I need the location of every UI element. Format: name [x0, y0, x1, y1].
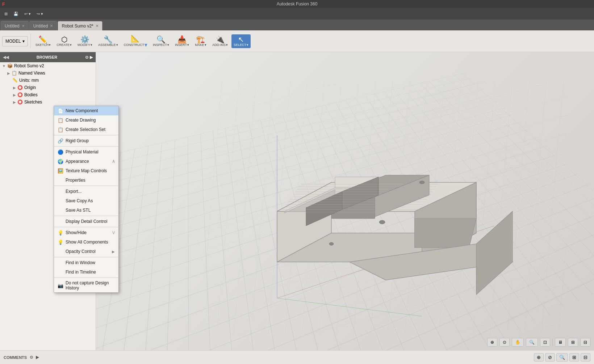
tool-select[interactable]: ↖ SELECT ▾: [231, 34, 251, 48]
pan-button[interactable]: ✋: [512, 338, 524, 347]
browser-item-sketches[interactable]: ▶ ⭕ Sketches: [0, 98, 96, 106]
ctx-appearance[interactable]: 🌍 Appearance A: [54, 157, 118, 166]
search-btn[interactable]: 🔍: [556, 353, 568, 361]
model-chevron-icon: ▾: [22, 39, 25, 44]
show-hide-icon: 💡: [58, 230, 63, 236]
addins-icon: 🔌: [216, 36, 225, 43]
toolbar: MODEL ▾ ✏️ SKETCH ▾ ⬡ CREATE ▾ ⚙️ MODIFY…: [0, 30, 594, 52]
redo-button[interactable]: ↪ ▾: [34, 10, 45, 18]
browser-item-label: Origin: [24, 85, 36, 90]
browser-item-origin[interactable]: ▶ ⭕ Origin: [0, 84, 96, 91]
tool-modify[interactable]: ⚙️ MODIFY ▾: [75, 34, 95, 48]
zoom-out-btn[interactable]: ⊘: [545, 353, 555, 361]
sketch-icon: ✏️: [38, 36, 47, 43]
ctx-sep-1: [54, 135, 118, 135]
ctx-item-label: Opacity Control: [66, 249, 96, 254]
tool-addins[interactable]: 🔌 ADD-INS ▾: [210, 34, 230, 48]
undo-button[interactable]: ↩ ▾: [22, 10, 33, 18]
model-dropdown[interactable]: MODEL ▾: [2, 36, 28, 46]
browser-expand-icon[interactable]: ▶: [90, 55, 93, 60]
ctx-capture-design-history[interactable]: 📷 Do not capture Design History: [54, 279, 118, 292]
fit-button[interactable]: ⊡: [540, 338, 550, 347]
environment-button[interactable]: ⊟: [580, 338, 590, 347]
ctx-sep-5: [54, 227, 118, 227]
browser-item-named-views[interactable]: ▶ 📋 Named Views: [0, 69, 96, 77]
inspect-label: INSPECT ▾: [153, 43, 169, 47]
tab-close-2[interactable]: ✕: [50, 24, 53, 28]
view-mode-button[interactable]: ⊕: [487, 338, 497, 347]
inspect-icon: 🔍: [156, 36, 166, 43]
ctx-item-label: Show All Components: [66, 240, 108, 245]
tab-robot-sumo[interactable]: Robot Sumo v2* ✕: [58, 21, 102, 30]
ctx-find-in-timeline[interactable]: Find in Timeline: [54, 267, 118, 277]
comments-expand-icon[interactable]: ▶: [36, 355, 39, 360]
browser-item-bodies[interactable]: ▶ ⭕ Bodies: [0, 91, 96, 98]
browser-title: BROWSER: [37, 55, 57, 59]
browser-panel: ◀◀ BROWSER ⊙ ▶ ▼ 📦 Robot Sumo v2 ▶ 📋 Nam…: [0, 52, 96, 350]
ctx-create-drawing[interactable]: 📋 Create Drawing: [54, 115, 118, 125]
grid-button[interactable]: ⊞: [568, 338, 578, 347]
zoom-button[interactable]: 🔍: [526, 338, 538, 347]
tab-untitled-1[interactable]: Untitled ✕: [1, 21, 29, 30]
ctx-show-hide[interactable]: 💡 Show/Hide V: [54, 228, 118, 237]
tab-close-3[interactable]: ✕: [96, 24, 99, 28]
ctx-properties[interactable]: Properties: [54, 175, 118, 185]
ctx-new-component[interactable]: 📄 New Component: [54, 106, 118, 115]
comments-settings-icon[interactable]: ⊙: [30, 355, 33, 360]
tab-untitled-2[interactable]: Untitled ✕: [29, 21, 57, 30]
browser-item-robot-sumo[interactable]: ▼ 📦 Robot Sumo v2: [0, 62, 96, 69]
ctx-export[interactable]: Export...: [54, 187, 118, 196]
tab-label: Untitled: [33, 24, 48, 29]
ctx-display-detail[interactable]: Display Detail Control: [54, 217, 118, 226]
ctx-save-as-stl[interactable]: Save As STL: [54, 206, 118, 215]
viewport[interactable]: ⊕ ⊙ ✋ 🔍 ⊡ 🖥 ⊞ ⊟: [96, 52, 594, 350]
chevron-right-icon: ▶: [13, 100, 16, 104]
insert-label: INSERT ▾: [175, 43, 189, 47]
tool-create[interactable]: ⬡ CREATE ▾: [54, 34, 74, 48]
ctx-create-selection[interactable]: 📋 Create Selection Set: [54, 125, 118, 134]
tool-assemble[interactable]: 🔧 ASSEMBLE ▾: [96, 34, 120, 48]
ctx-item-label: Appearance: [66, 159, 89, 164]
tool-construct[interactable]: 📐 CONSTRUCT ▾: [122, 33, 150, 49]
browser-settings-icon[interactable]: ⊙: [85, 55, 88, 60]
ctx-rigid-group[interactable]: 🔗 Rigid Group: [54, 136, 118, 145]
tool-inspect[interactable]: 🔍 INSPECT ▾: [151, 34, 171, 48]
grid-view-btn[interactable]: ⊞: [569, 353, 579, 361]
zoom-fit-btn[interactable]: ⊕: [534, 353, 544, 361]
orbit-button[interactable]: ⊙: [499, 338, 510, 347]
display-mode-button[interactable]: 🖥: [555, 338, 566, 347]
list-view-btn[interactable]: ⊟: [581, 353, 590, 361]
ctx-texture-map[interactable]: 🖼️ Texture Map Controls: [54, 166, 118, 175]
select-label: SELECT ▾: [234, 43, 248, 47]
pan-icon: ✋: [515, 340, 520, 345]
make-label: MAKE ▾: [195, 43, 206, 47]
ctx-physical-material[interactable]: 🔵 Physical Material: [54, 147, 118, 157]
tool-make[interactable]: 🏗️ MAKE ▾: [193, 34, 209, 48]
tab-label: Untitled: [5, 24, 20, 29]
appearance-icon: 🌍: [58, 158, 63, 164]
bottom-tools: ⊕ ⊘ 🔍 ⊞ ⊟: [534, 353, 590, 361]
browser-collapse[interactable]: ◀◀: [3, 55, 9, 60]
component-icon: 📦: [7, 63, 13, 68]
browser-item-label: Units: mm: [19, 78, 39, 83]
tool-sketch[interactable]: ✏️ SKETCH ▾: [33, 34, 53, 48]
ctx-save-copy-as[interactable]: Save Copy As: [54, 196, 118, 206]
ctx-opacity-control[interactable]: Opacity Control ▶: [54, 247, 118, 256]
rigid-group-icon: 🔗: [58, 138, 63, 144]
tool-insert[interactable]: 📥 INSERT ▾: [173, 34, 191, 48]
create-icon: ⬡: [61, 36, 67, 43]
make-icon: 🏗️: [196, 36, 205, 43]
ctx-show-all-components[interactable]: 💡 Show All Components: [54, 237, 118, 247]
ctx-find-in-window[interactable]: Find in Window: [54, 258, 118, 267]
chevron-right-icon: ▶: [13, 86, 16, 90]
texture-map-icon: 🖼️: [58, 168, 63, 174]
svg-point-18: [379, 220, 385, 224]
browser-item-units[interactable]: 📏 Units: mm: [0, 77, 96, 84]
ctx-sep-4: [54, 216, 118, 216]
display-detail-icon: [58, 219, 63, 224]
named-views-icon: 📋: [12, 71, 17, 76]
file-button[interactable]: 💾: [11, 10, 21, 18]
apps-button[interactable]: ⊞: [2, 10, 10, 18]
tab-close-1[interactable]: ✕: [22, 24, 25, 28]
save-copy-icon: [58, 198, 63, 204]
